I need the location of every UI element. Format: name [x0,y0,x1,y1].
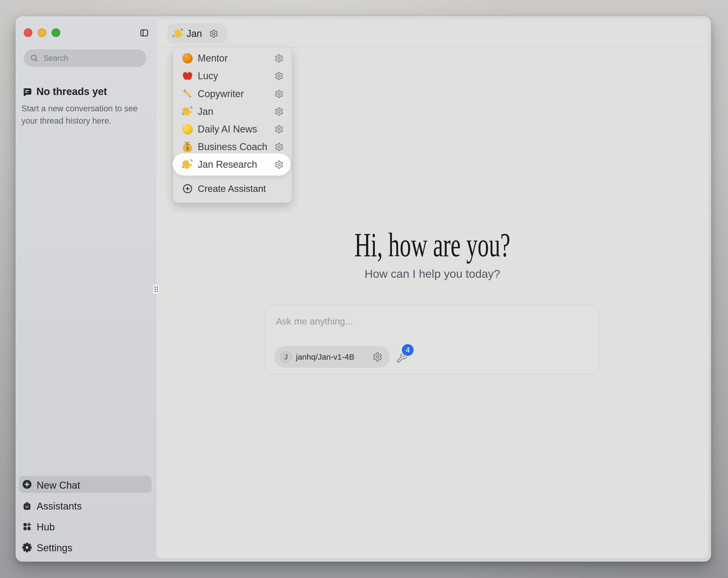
svg-text:$: $ [186,146,189,151]
